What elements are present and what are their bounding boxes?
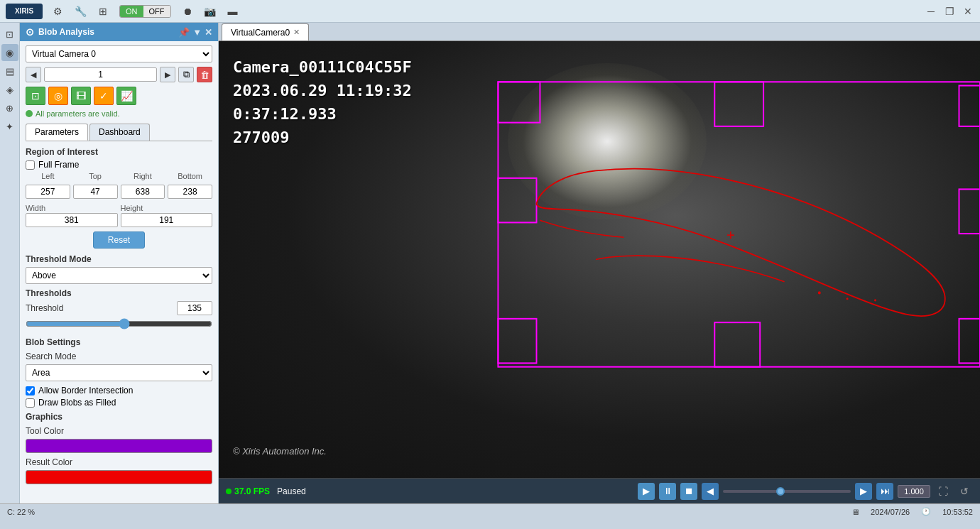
draw-filled-checkbox[interactable] <box>26 398 35 408</box>
gear-icon[interactable]: ⚙ <box>51 5 64 18</box>
statusbar-time: 10:53:52 <box>942 508 973 516</box>
tool-color-swatch[interactable] <box>26 439 212 453</box>
content-tab-close-btn[interactable]: ✕ <box>293 28 300 37</box>
statusbar-icon: 🖥 <box>851 508 859 516</box>
allow-border-label: Allow Border Intersection <box>38 386 133 396</box>
height-input[interactable] <box>121 213 213 227</box>
titlebar-left: XIRIS ⚙ 🔧 ⊞ ON OFF ⏺ 📷 ▬ <box>6 4 239 19</box>
left-label: Left <box>26 172 70 180</box>
top-input[interactable] <box>73 185 118 199</box>
left-input[interactable] <box>26 185 70 199</box>
statusbar-right: 🖥 2024/07/26 🕐 10:53:52 <box>851 507 973 516</box>
panel-pin-btn[interactable]: 📌 <box>178 27 190 38</box>
threshold-slider-container <box>26 318 212 332</box>
stop-btn[interactable]: ⏹ <box>680 483 697 500</box>
tab-parameters[interactable]: Parameters <box>26 124 88 141</box>
camera-icon[interactable]: 📷 <box>204 5 217 18</box>
threshold-slider[interactable] <box>26 318 212 329</box>
status-text: All parameters are valid. <box>36 109 120 118</box>
size-row: Width Height <box>26 203 212 227</box>
prev-frame-btn[interactable]: ◀ <box>702 483 719 500</box>
restore-btn[interactable]: ❐ <box>943 5 956 18</box>
right-input[interactable] <box>121 185 165 199</box>
nav-prev-btn[interactable]: ◀ <box>26 67 41 82</box>
minimize-btn[interactable]: ─ <box>925 5 937 18</box>
panel-icon: ⊙ <box>26 26 34 38</box>
roi-section: Region of Interest Full Frame Left Top R… <box>26 147 212 249</box>
allow-border-checkbox[interactable] <box>26 386 35 396</box>
nav-delete-btn[interactable]: 🗑 <box>197 67 212 82</box>
tool-target-icon[interactable]: ◎ <box>48 87 68 105</box>
threshold-mode-section: Threshold Mode Above Below Between <box>26 254 212 284</box>
panel-header-actions: 📌 ▼ ✕ <box>178 27 212 38</box>
video-overlay-text: Camera_00111C04C55F 2023.06.29 11:19:32 … <box>233 55 412 149</box>
sidebar-icon-6[interactable]: ✦ <box>1 118 18 135</box>
toggle-on-btn[interactable]: ON <box>120 6 143 17</box>
next-frame-btn[interactable]: ▶ <box>855 483 872 500</box>
status-row: All parameters are valid. <box>26 109 212 118</box>
speed-input[interactable] <box>898 485 930 498</box>
camera-dropdown-row: Virtual Camera 0 <box>26 45 212 62</box>
panel-close-btn[interactable]: ✕ <box>205 27 212 38</box>
panel-header-left: ⊙ Blob Analysis <box>26 26 94 38</box>
minimize-rect-icon[interactable]: ▬ <box>227 5 239 18</box>
sidebar-icon-3[interactable]: ▤ <box>1 62 18 80</box>
camera-select[interactable]: Virtual Camera 0 <box>26 45 212 62</box>
blob-settings-label: Blob Settings <box>26 337 212 347</box>
tool-roi-icon[interactable]: ⊡ <box>26 87 45 105</box>
bottom-label: Bottom <box>168 172 212 180</box>
panel-menu-btn[interactable]: ▼ <box>192 27 202 38</box>
fullscreen-btn[interactable]: ⛶ <box>935 483 952 500</box>
tool-chart-icon[interactable]: 📈 <box>116 87 136 105</box>
play-btn[interactable]: ▶ <box>638 483 655 500</box>
record-icon[interactable]: ⏺ <box>181 5 194 18</box>
pause-btn[interactable]: ⏸ <box>659 483 676 500</box>
video-bright-spot <box>508 63 707 219</box>
tool-film-icon[interactable]: 🎞 <box>71 87 91 105</box>
tool-check-icon[interactable]: ✓ <box>94 87 114 105</box>
skip-end-btn[interactable]: ⏭ <box>876 483 893 500</box>
content-tab-virtualcamera0[interactable]: VirtualCamera0 ✕ <box>222 23 309 40</box>
threshold-input[interactable] <box>177 301 212 315</box>
threshold-row: Threshold <box>26 301 212 315</box>
full-frame-row: Full Frame <box>26 160 212 170</box>
draw-filled-row: Draw Blobs as Filled <box>26 398 212 408</box>
sidebar-icon-1[interactable]: ⊡ <box>1 26 18 43</box>
right-label: Right <box>121 172 165 180</box>
on-off-toggle[interactable]: ON OFF <box>119 5 171 18</box>
result-color-swatch[interactable] <box>26 470 212 484</box>
bottom-input[interactable] <box>168 185 212 199</box>
reset-btn[interactable]: Reset <box>93 231 145 249</box>
sidebar-icon-2[interactable]: ◉ <box>1 44 18 61</box>
nav-next-btn[interactable]: ▶ <box>160 67 175 82</box>
clock-icon: 🕐 <box>921 507 931 516</box>
threshold-mode-select[interactable]: Above Below Between <box>26 267 212 284</box>
full-frame-checkbox[interactable] <box>26 160 35 170</box>
nav-copy-btn[interactable]: ⧉ <box>178 67 194 82</box>
sidebar-icon-4[interactable]: ◈ <box>1 81 18 98</box>
thresholds-label: Thresholds <box>26 288 212 298</box>
graphics-section: Graphics Tool Color Result Color <box>26 412 212 484</box>
width-input[interactable] <box>26 213 118 227</box>
full-frame-label: Full Frame <box>38 160 79 170</box>
timeline-slider[interactable] <box>723 490 851 493</box>
grid-icon[interactable]: ⊞ <box>97 5 109 18</box>
toggle-off-btn[interactable]: OFF <box>143 6 170 17</box>
sidebar-icon-5[interactable]: ⊕ <box>1 99 18 116</box>
statusbar-date: 2024/07/26 <box>871 508 910 516</box>
thresholds-section: Thresholds Threshold <box>26 288 212 332</box>
graphics-label: Graphics <box>26 412 212 422</box>
nav-number-input[interactable] <box>44 67 157 82</box>
statusbar-left: C: 22 % <box>7 508 35 516</box>
timeline-thumb <box>776 487 785 496</box>
search-mode-select[interactable]: Area Perimeter Count <box>26 364 212 381</box>
tab-dashboard[interactable]: Dashboard <box>89 124 150 141</box>
status-dot <box>26 110 33 117</box>
threshold-mode-label: Threshold Mode <box>26 254 212 264</box>
height-group: Height <box>121 203 213 227</box>
refresh-btn[interactable]: ↺ <box>956 483 973 500</box>
wrench-icon[interactable]: 🔧 <box>74 5 87 18</box>
titlebar: XIRIS ⚙ 🔧 ⊞ ON OFF ⏺ 📷 ▬ ─ ❐ ✕ <box>0 0 980 23</box>
fps-dot <box>226 489 232 494</box>
close-btn[interactable]: ✕ <box>962 5 974 18</box>
